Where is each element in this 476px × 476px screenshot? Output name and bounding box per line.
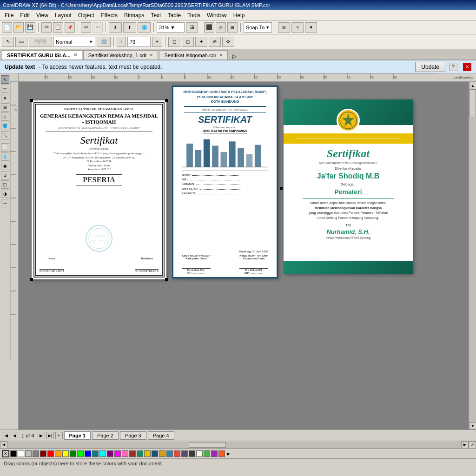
extrude-tool[interactable]: ◫ <box>1 180 9 189</box>
text-tool[interactable]: A <box>1 94 9 102</box>
color-blue[interactable] <box>85 450 91 457</box>
color-red[interactable] <box>47 450 54 457</box>
hscroll-thumb[interactable] <box>189 442 226 448</box>
view-full[interactable]: ⬛ <box>204 22 214 33</box>
menu-layout[interactable]: Layout <box>52 11 74 20</box>
handle-tl[interactable] <box>30 99 33 102</box>
tab-doc2[interactable]: Sertifikat Workshop_1.cdr ✕ <box>83 50 159 60</box>
palette-scroll-right[interactable]: ▶ <box>227 451 230 456</box>
select-tool[interactable]: ↖ <box>1 75 9 84</box>
new-button[interactable]: 📄 <box>2 22 12 33</box>
handle-tr[interactable] <box>165 99 168 102</box>
update-close-btn[interactable]: ✕ <box>463 63 471 71</box>
tb2-icon5[interactable]: ⟳ <box>222 37 234 47</box>
color-accent-teal[interactable] <box>137 450 143 457</box>
save-button[interactable]: 💾 <box>25 22 35 33</box>
scroll-track[interactable] <box>469 89 476 422</box>
tb2-icon1[interactable]: ◻ <box>168 37 180 47</box>
redo-button[interactable]: ↪ <box>93 22 103 33</box>
paste-button[interactable]: 📌 <box>65 22 75 33</box>
eyedropper-tool[interactable]: 💧 <box>1 152 9 161</box>
color-teal[interactable] <box>92 450 99 457</box>
thickness-plus[interactable]: + <box>152 37 162 47</box>
export-button[interactable]: ⬆ <box>123 22 136 33</box>
menu-object[interactable]: Object <box>75 11 97 20</box>
pointer-tool[interactable]: ↖ <box>2 37 14 47</box>
tab-add-btn[interactable]: ▷ <box>232 53 237 60</box>
color-deep-orange[interactable] <box>218 450 225 457</box>
page-next-btn[interactable]: ▶ <box>38 432 45 439</box>
options-btn1[interactable]: ⊟ <box>278 22 290 33</box>
import-button[interactable]: ⬇ <box>109 22 122 33</box>
menu-table[interactable]: Table <box>165 11 184 20</box>
fill-tool[interactable]: 🪣 <box>1 122 9 130</box>
hscroll-track[interactable] <box>7 442 461 448</box>
color-maroon[interactable] <box>40 450 46 457</box>
page-prev-btn[interactable]: ◀ <box>11 432 18 439</box>
rect-tool[interactable]: ▭ <box>15 37 27 47</box>
open-button[interactable]: 📂 <box>13 22 24 33</box>
color-yellow[interactable] <box>62 450 69 457</box>
page-tab-3[interactable]: Page 3 <box>120 431 146 440</box>
thickness-value[interactable]: 73 <box>127 37 151 47</box>
undo-button[interactable]: ↩ <box>81 22 91 33</box>
page-tab-4[interactable]: Page 4 <box>148 431 174 440</box>
page-tab-1[interactable]: Page 1 <box>64 431 91 440</box>
tb2-icon4[interactable]: ⊕ <box>209 37 221 47</box>
color-orange[interactable] <box>55 450 61 457</box>
zoom-dropdown-arrow[interactable]: ▼ <box>170 25 175 30</box>
canvas-area[interactable]: PANITIA SANTRI KILAT RAMADHAN 1435 H. GE… <box>19 82 469 430</box>
menu-tools[interactable]: Tools <box>185 11 203 20</box>
zoom-extend[interactable]: ⊞ <box>186 22 198 33</box>
tab-doc3[interactable]: Sertifikat Istiqomah.cdr ✕ <box>159 50 228 60</box>
table-tool[interactable]: ⊞ <box>1 103 9 112</box>
cut-button[interactable]: ✂ <box>41 22 52 33</box>
color-dark-blue[interactable] <box>152 450 158 457</box>
page-last-btn[interactable]: ▶| <box>46 432 54 439</box>
scroll-thumb[interactable] <box>469 89 476 117</box>
tab-doc1-close[interactable]: ✕ <box>73 53 77 58</box>
color-magenta[interactable] <box>114 450 121 457</box>
color-beige[interactable] <box>196 450 203 457</box>
zoom-box[interactable]: 31% ▼ <box>157 22 185 33</box>
color-bright-red[interactable] <box>174 450 180 457</box>
connector-tool[interactable]: ⊸ <box>1 199 9 207</box>
menu-view[interactable]: View <box>33 11 51 20</box>
handle-br[interactable] <box>165 278 168 281</box>
freehand-tool[interactable]: ✏ <box>1 85 9 93</box>
copy-button[interactable]: 📋 <box>53 22 63 33</box>
color-cyan[interactable] <box>99 450 106 457</box>
color-dark-gray[interactable] <box>189 450 195 457</box>
scroll-up-btn[interactable]: ▲ <box>469 82 476 89</box>
menu-edit[interactable]: Edit <box>17 11 33 20</box>
update-help-btn[interactable]: ? <box>449 63 457 71</box>
shape-tool[interactable]: ◇ <box>1 112 9 121</box>
color-purple[interactable] <box>107 450 113 457</box>
tb2-icon2[interactable]: ◻ <box>182 37 194 47</box>
publish-button[interactable]: 🌐 <box>138 22 151 33</box>
hscroll-left-btn[interactable]: ◀ <box>0 441 7 449</box>
tb2-icon3[interactable]: ✦ <box>195 37 207 47</box>
tab-doc1[interactable]: SERTIFIKAT GURU ISLA... ✕ <box>2 50 82 60</box>
color-white[interactable] <box>18 450 24 457</box>
tab-doc3-close[interactable]: ✕ <box>219 53 223 58</box>
hscroll-resize-btn[interactable]: ⤢ <box>469 441 476 449</box>
doc3-handle-left[interactable] <box>280 187 283 190</box>
page-add-btn[interactable]: + <box>55 432 63 439</box>
zoom-tool[interactable]: 🔍 <box>1 131 9 139</box>
color-gray[interactable] <box>33 450 39 457</box>
color-silver[interactable] <box>25 450 32 457</box>
menu-effects[interactable]: Effects <box>98 11 120 20</box>
handle-bl[interactable] <box>30 278 33 281</box>
no-fill-swatch[interactable]: ✕ <box>2 450 9 457</box>
color-deep-purple[interactable] <box>211 450 218 457</box>
normal-dropdown[interactable]: Normal ▼ <box>53 37 95 47</box>
menu-file[interactable]: File <box>2 11 16 20</box>
page-tab-2[interactable]: Page 2 <box>92 431 119 440</box>
scroll-down-btn[interactable]: ▼ <box>469 422 476 430</box>
color-lime[interactable] <box>77 450 84 457</box>
color-black[interactable] <box>10 450 17 457</box>
color-gold[interactable] <box>144 450 151 457</box>
hscroll-right-btn[interactable]: ▶ <box>461 441 469 449</box>
color-pink[interactable] <box>122 450 128 457</box>
